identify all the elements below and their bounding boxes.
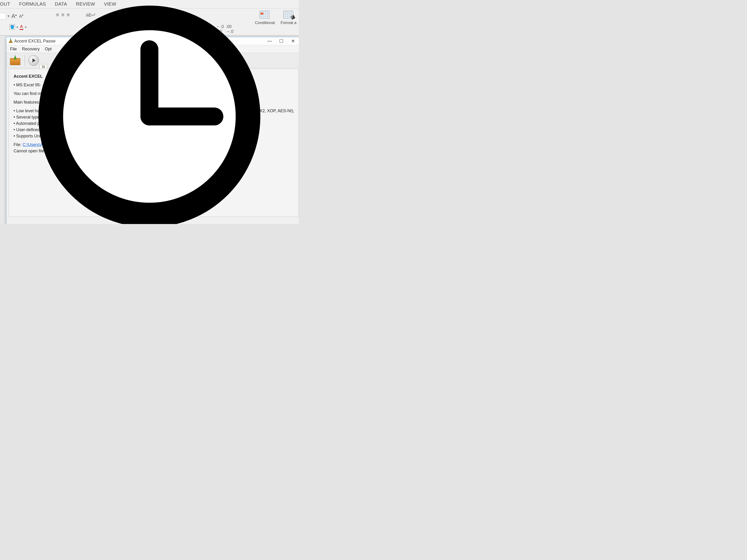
fill-color-icon[interactable]: 🪣 (9, 24, 15, 30)
format-as-table-button[interactable]: Format a (281, 10, 297, 25)
feature-text-0: Low level hand (16, 108, 44, 113)
content-heading: Accent EXCEL (14, 74, 43, 79)
ribbon-tab-formulas[interactable]: FORMULAS (19, 1, 46, 7)
font-size-box[interactable] (0, 13, 6, 19)
menu-recovery[interactable]: Recovery (22, 47, 40, 52)
excel-background: OUT FORMULAS DATA REVIEW VIEW ▾ A▴ A▾ ≡ … (0, 0, 299, 224)
file-line: File: C:\Users\ADMIN\Deskt (14, 142, 294, 148)
menubar: File Recovery Opt (6, 45, 299, 53)
font-color-group: 🪣 ▾ A ▾ (9, 24, 27, 30)
minimize-button[interactable]: — (267, 38, 273, 44)
feature-item: Low level hand X2, XOP, AES-NI); (14, 108, 294, 114)
open-file-button[interactable] (9, 55, 21, 65)
window-title: Accent EXCEL Passw (14, 39, 267, 44)
conditional-label: Conditional (255, 21, 275, 25)
decrease-font-icon[interactable]: A▾ (19, 14, 24, 19)
feature-item: Several types of (14, 114, 294, 121)
align-middle-icon[interactable]: ≡ (61, 12, 65, 18)
app-icon (9, 39, 13, 43)
error-line: Cannot open file. (14, 148, 294, 154)
decrease-decimal-icon[interactable]: ←.0.00 (216, 24, 224, 34)
number-format-group: ←.0.00 .00→.0 (216, 24, 233, 34)
menu-options[interactable]: Opt (45, 47, 52, 52)
toolbar: St (6, 53, 299, 68)
maximize-button[interactable]: ☐ (279, 38, 284, 44)
window-controls: — ☐ ✕ (267, 38, 299, 44)
font-color-icon[interactable]: A (20, 24, 23, 30)
conditional-formatting-icon (259, 10, 270, 20)
find-more-line: You can find m (14, 90, 294, 97)
feature-item: Automated passw (14, 121, 294, 127)
start-recovery-button[interactable] (28, 55, 39, 66)
feature-item: Supports Unicode an (14, 133, 294, 139)
accent-excel-window: Accent EXCEL Passw — ☐ ✕ File Recovery O… (6, 37, 299, 224)
cpu-tail: X2, XOP, AES-NI); (260, 108, 294, 114)
styles-group: Conditional Format a (255, 10, 297, 25)
content-area: Accent EXCEL MS Excel 95- You can find m… (9, 69, 299, 217)
close-button[interactable]: ✕ (290, 38, 296, 44)
format-as-label: Format a (281, 21, 297, 25)
main-features-line: Main features a (14, 99, 294, 105)
excel-version-line: MS Excel 95- (14, 82, 294, 88)
increase-font-icon[interactable]: A▴ (11, 13, 17, 19)
ribbon-tab-review[interactable]: REVIEW (76, 1, 95, 7)
feature-item: User-defined sets (14, 127, 294, 133)
ribbon-body: ▾ A▴ A▾ ≡ ≡ ≡ ab⤶ 🪣 ▾ A ▾ ←.0.00 .00→.0 … (0, 8, 299, 36)
alignment-group: ≡ ≡ ≡ (56, 12, 70, 18)
wrap-text-icon: ab⤶ (86, 12, 96, 18)
dropdown-arrow-icon[interactable]: ▾ (7, 14, 9, 19)
format-as-table-icon (283, 10, 294, 20)
wrap-text-group[interactable]: ab⤶ (86, 12, 96, 18)
ribbon-tab-layout[interactable]: OUT (0, 1, 10, 7)
toolbar-separator (25, 55, 25, 65)
ribbon-tab-view[interactable]: VIEW (104, 1, 116, 7)
file-label: File: (14, 142, 23, 147)
align-bottom-icon[interactable]: ≡ (67, 12, 70, 18)
font-size-group: ▾ A▴ A▾ (0, 12, 25, 20)
fill-dropdown-icon[interactable]: ▾ (16, 25, 18, 29)
titlebar[interactable]: Accent EXCEL Passw — ☐ ✕ (6, 37, 299, 45)
conditional-formatting-button[interactable]: Conditional (255, 10, 275, 25)
file-path-link[interactable]: C:\Users\ADMIN\Deskt (23, 142, 66, 147)
align-top-icon[interactable]: ≡ (56, 12, 59, 18)
increase-decimal-icon[interactable]: .00→.0 (226, 24, 233, 34)
ribbon-tab-data[interactable]: DATA (55, 1, 67, 7)
ribbon-tabs: OUT FORMULAS DATA REVIEW VIEW (0, 0, 299, 8)
font-color-dropdown-icon[interactable]: ▾ (25, 25, 27, 29)
features-list: Low level hand X2, XOP, AES-NI); Several… (14, 108, 294, 139)
menu-file[interactable]: File (10, 47, 17, 52)
